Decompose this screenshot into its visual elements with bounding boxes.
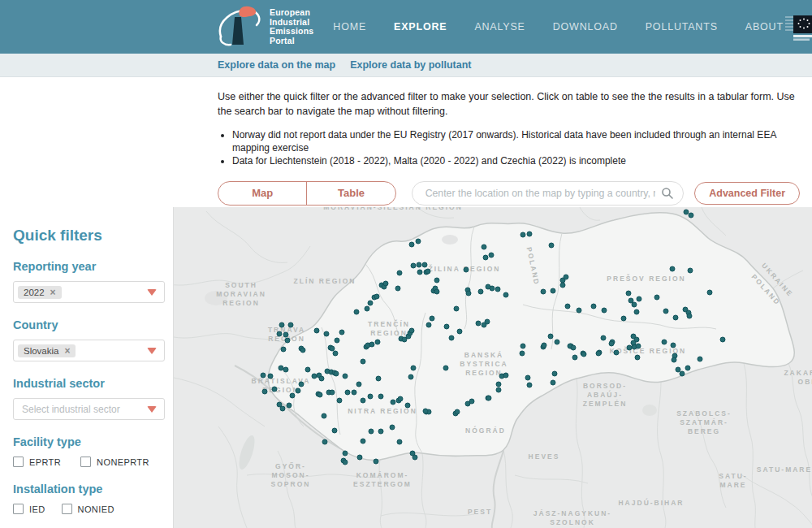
facility-dot[interactable] [279,366,284,371]
facility-dot[interactable] [280,406,286,412]
facility-dot[interactable] [417,262,422,268]
facility-dot[interactable] [464,267,469,273]
facility-dot[interactable] [551,380,556,386]
facility-dot[interactable] [495,287,501,292]
facility-dot[interactable] [405,403,411,409]
checkbox-noneprtr[interactable]: NONEPRTR [80,457,149,467]
chevron-down-icon[interactable] [147,406,157,413]
facility-dot[interactable] [527,383,533,388]
facility-dot[interactable] [434,278,440,283]
facility-dot[interactable] [430,316,435,322]
facility-dot[interactable] [577,308,582,314]
facility-dot[interactable] [268,374,274,379]
facility-dot[interactable] [283,367,289,373]
facility-dot[interactable] [581,352,587,357]
facility-dot[interactable] [457,329,463,335]
nav-explore[interactable]: EXPLORE [394,21,447,32]
facility-dot[interactable] [339,330,345,335]
facility-dot[interactable] [698,357,703,362]
facility-dot[interactable] [476,321,482,327]
facility-dot[interactable] [345,390,351,396]
facility-dot[interactable] [434,289,440,295]
facility-dot[interactable] [564,275,569,280]
facility-dot[interactable] [365,306,370,312]
facility-dot[interactable] [614,350,620,356]
facility-dot[interactable] [296,388,301,394]
facility-dot[interactable] [277,331,283,337]
facility-dot[interactable] [425,269,431,275]
facility-dot[interactable] [378,394,384,400]
facility-dot[interactable] [272,387,278,392]
facility-dot[interactable] [478,289,484,295]
facility-dot[interactable] [671,343,676,348]
advanced-filter-button[interactable]: Advanced Filter [694,182,800,205]
facility-dot[interactable] [408,374,414,380]
facility-dot[interactable] [374,294,380,300]
facility-dot[interactable] [455,409,460,415]
facility-dot[interactable] [343,460,348,465]
facility-dot[interactable] [632,302,637,308]
facility-dot[interactable] [391,400,396,405]
facility-dot[interactable] [720,337,726,343]
facility-dot[interactable] [361,359,366,365]
industrial-sector-select[interactable]: Select industrial sector [13,398,165,420]
facility-dot[interactable] [591,304,597,309]
nav-about[interactable]: ABOUT [745,21,784,32]
facility-dot[interactable] [330,390,335,396]
facility-dot[interactable] [654,295,660,301]
facility-dot[interactable] [319,376,325,382]
facility-dot[interactable] [637,296,642,302]
facility-dot[interactable] [549,243,555,249]
facility-dot[interactable] [565,304,571,309]
chip-remove-icon[interactable]: × [50,288,56,297]
facility-dot[interactable] [374,459,379,465]
facility-dot[interactable] [343,374,348,379]
facility-dot[interactable] [279,322,285,328]
chevron-down-icon[interactable] [147,289,157,296]
nav-analyse[interactable]: ANALYSE [474,21,525,32]
facility-dot[interactable] [369,429,374,435]
facility-dot[interactable] [689,213,694,219]
map-view-button[interactable]: Map [218,182,307,205]
european-commission-logo[interactable] [784,11,812,43]
facility-dot[interactable] [398,396,404,402]
facility-dot[interactable] [417,270,423,275]
facility-dot[interactable] [361,398,366,404]
facility-dot[interactable] [571,345,577,351]
facility-dot[interactable] [486,396,492,401]
facility-dot[interactable] [673,315,679,321]
facility-dot[interactable] [485,319,490,325]
facility-dot[interactable] [541,289,546,295]
facility-dot[interactable] [555,340,560,345]
facility-dot[interactable] [368,301,374,306]
facility-dot[interactable] [596,351,602,357]
facility-dot[interactable] [317,392,323,398]
facility-dot[interactable] [322,439,328,445]
facility-dot[interactable] [548,334,554,340]
checkbox-icon[interactable] [13,457,24,467]
facility-dot[interactable] [262,389,268,395]
facility-dot[interactable] [627,345,633,351]
facility-dot[interactable] [489,253,495,258]
facility-dot[interactable] [299,382,304,387]
facility-dot[interactable] [376,376,382,382]
facility-dot[interactable] [635,355,641,361]
facility-dot[interactable] [449,335,455,341]
checkbox-ied[interactable]: IED [13,504,45,514]
facility-dot[interactable] [483,255,489,261]
facility-dot[interactable] [520,351,525,357]
subnav-explore-pollutant[interactable]: Explore data by pollutant [350,59,471,71]
facility-dot[interactable] [354,309,360,315]
nav-download[interactable]: DOWNLOAD [553,21,618,32]
facility-dot[interactable] [422,262,428,268]
facility-dot[interactable] [375,340,381,345]
facility-dot[interactable] [688,268,693,274]
facility-dot[interactable] [542,343,547,348]
reporting-year-select[interactable]: 2022 × [13,281,165,303]
facility-dot[interactable] [397,270,403,276]
facility-dot[interactable] [343,451,348,457]
facility-dot[interactable] [634,309,640,315]
facility-dot[interactable] [496,387,502,393]
facility-dot[interactable] [287,403,292,409]
facility-dot[interactable] [361,439,366,444]
